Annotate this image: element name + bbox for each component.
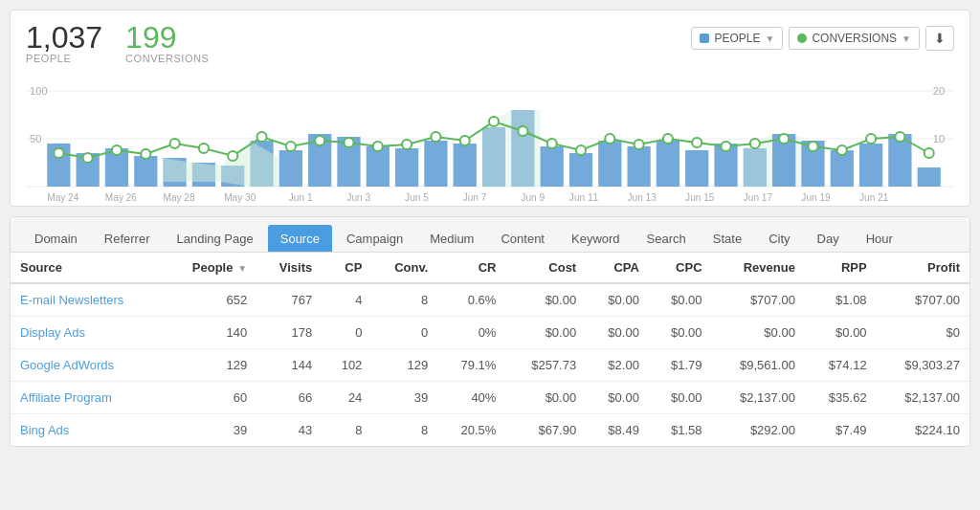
table-header: SourcePeople ▼VisitsCPConv.CRCostCPACPCR…	[11, 253, 969, 283]
tab-medium[interactable]: Medium	[417, 225, 486, 252]
svg-point-61	[635, 140, 644, 149]
cell-revenue: $0.00	[712, 317, 805, 349]
svg-point-64	[721, 142, 730, 151]
svg-text:Jun 5: Jun 5	[405, 192, 429, 203]
conversions-dropdown-arrow: ▼	[902, 33, 911, 44]
cell-source[interactable]: Display Ads	[11, 317, 164, 349]
cell-revenue: $707.00	[712, 283, 805, 317]
cell-conv: 39	[371, 382, 437, 414]
svg-point-47	[228, 151, 237, 161]
download-button[interactable]: ⬇	[925, 26, 954, 51]
cell-source[interactable]: Bing Ads	[11, 414, 164, 447]
col-header-cp: CP	[322, 253, 371, 283]
conversions-label: CONVERSIONS	[125, 53, 209, 64]
tab-content[interactable]: Content	[488, 225, 557, 252]
svg-point-51	[344, 138, 353, 147]
cell-cpa: $0.00	[586, 283, 649, 317]
tab-search[interactable]: Search	[635, 225, 699, 252]
cell-conv: 8	[371, 283, 437, 317]
svg-point-48	[256, 132, 266, 142]
stats-header: 1,037 PEOPLE 199 CONVERSIONS PEOPLE ▼ CO…	[26, 22, 954, 64]
svg-point-44	[141, 149, 150, 159]
svg-point-66	[779, 134, 789, 144]
svg-point-46	[199, 144, 209, 153]
svg-text:100: 100	[30, 85, 48, 97]
cell-source[interactable]: E-mail Newsletters	[11, 283, 164, 317]
svg-rect-30	[657, 141, 679, 187]
cell-people: 652	[164, 283, 256, 317]
conversions-dot	[797, 33, 807, 43]
cell-profit: $2,137.00	[877, 382, 969, 414]
svg-point-42	[83, 153, 93, 163]
cell-visits: 767	[256, 283, 322, 317]
cell-visits: 144	[256, 349, 322, 382]
tab-state[interactable]: State	[701, 225, 754, 252]
col-header-visits: Visits	[256, 253, 322, 283]
tab-referrer[interactable]: Referrer	[92, 225, 163, 252]
col-header-cr: CR	[437, 253, 505, 283]
cell-cpc: $1.58	[649, 414, 712, 447]
svg-text:10: 10	[933, 133, 945, 144]
people-btn-label: PEOPLE	[714, 32, 760, 45]
table-row: Google AdWords12914410212979.1%$257.73$2…	[11, 349, 969, 382]
cell-visits: 43	[256, 414, 322, 447]
cell-source[interactable]: Affiliate Program	[11, 382, 164, 414]
svg-point-70	[895, 132, 904, 142]
tabs-card: DomainReferrerLanding PageSourceCampaign…	[10, 216, 970, 447]
svg-rect-29	[627, 146, 650, 187]
cell-cr: 0%	[437, 317, 505, 349]
col-header-cost: Cost	[505, 253, 586, 283]
cell-conv: 129	[371, 349, 437, 382]
tab-hour[interactable]: Hour	[854, 225, 905, 252]
people-dropdown[interactable]: PEOPLE ▼	[691, 27, 783, 50]
cell-revenue: $9,561.00	[712, 349, 805, 382]
col-header-conv: Conv.	[371, 253, 437, 283]
svg-point-63	[692, 138, 702, 147]
svg-rect-20	[395, 148, 418, 187]
cell-cost: $67.90	[505, 414, 586, 447]
table-body: E-mail Newsletters652767480.6%$0.00$0.00…	[11, 283, 969, 446]
tab-campaign[interactable]: Campaign	[334, 225, 415, 252]
svg-point-65	[750, 139, 760, 148]
stats-numbers: 1,037 PEOPLE 199 CONVERSIONS	[26, 22, 209, 64]
conversions-dropdown[interactable]: CONVERSIONS ▼	[789, 27, 920, 50]
svg-point-52	[373, 142, 383, 151]
svg-rect-15	[279, 150, 302, 187]
tab-city[interactable]: City	[756, 225, 802, 252]
svg-point-53	[402, 140, 412, 149]
svg-point-49	[286, 142, 296, 151]
svg-rect-21	[424, 141, 447, 187]
cell-cost: $257.73	[505, 349, 586, 382]
svg-rect-27	[569, 153, 592, 187]
tab-domain[interactable]: Domain	[22, 225, 90, 252]
cell-people: 39	[164, 414, 256, 447]
svg-text:Jun 7: Jun 7	[463, 192, 487, 203]
cell-rpp: $1.08	[805, 283, 877, 317]
cell-cpa: $8.49	[586, 414, 649, 447]
table-row: Affiliate Program6066243940%$0.00$0.00$0…	[11, 382, 969, 414]
cell-cp: 8	[322, 414, 371, 447]
tab-day[interactable]: Day	[805, 225, 852, 252]
svg-point-67	[808, 142, 817, 151]
cell-cr: 20.5%	[437, 414, 505, 447]
tab-landing-page[interactable]: Landing Page	[164, 225, 265, 252]
cell-cpc: $1.79	[649, 349, 712, 382]
tab-source[interactable]: Source	[268, 225, 332, 252]
svg-text:May 30: May 30	[224, 192, 256, 203]
cell-cpc: $0.00	[649, 382, 712, 414]
col-header-people[interactable]: People ▼	[164, 253, 256, 283]
col-header-source: Source	[11, 253, 164, 283]
tab-keyword[interactable]: Keyword	[559, 225, 633, 252]
data-table: SourcePeople ▼VisitsCPConv.CRCostCPACPCR…	[11, 253, 969, 446]
cell-visits: 178	[256, 317, 322, 349]
cell-source[interactable]: Google AdWords	[11, 349, 164, 382]
svg-text:Jun 1: Jun 1	[289, 192, 313, 203]
svg-rect-31	[685, 150, 708, 187]
svg-point-41	[54, 148, 63, 158]
svg-point-60	[605, 134, 614, 144]
cell-cp: 102	[322, 349, 371, 382]
people-value: 1,037	[26, 22, 102, 53]
svg-point-43	[112, 145, 122, 155]
svg-point-50	[315, 136, 324, 145]
table-row: Bing Ads39438820.5%$67.90$8.49$1.58$292.…	[11, 414, 969, 447]
